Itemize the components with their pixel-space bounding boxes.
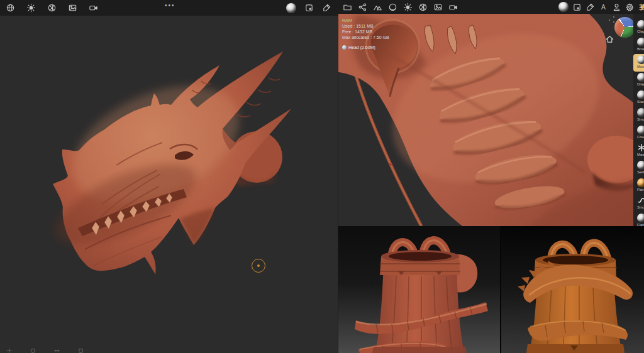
right-toolbar: A (338, 0, 644, 14)
reference-image-orange-tankard (501, 226, 644, 353)
stats-title: RAM (342, 18, 389, 23)
tool-sidebar: ClayBrushMoveDragStampSmoothCreaseMaskSe… (633, 14, 644, 226)
tool-brush[interactable]: Brush (633, 36, 644, 54)
mesh-name: Head (2.60M) (348, 45, 375, 50)
left-toolbar-right-icons (286, 0, 331, 16)
reference-image-clay-tankard (338, 226, 500, 353)
tool-sphere-icon (637, 214, 644, 222)
environment-icon[interactable] (5, 3, 15, 13)
left-viewport-canvas[interactable] (0, 16, 338, 353)
tool-move[interactable]: Move (633, 54, 644, 72)
viewport-bottom-icons (4, 345, 86, 353)
tool-rough-sphere-icon (637, 108, 644, 117)
tool-sphere-icon (637, 20, 644, 29)
tool-label: SelMask (637, 170, 644, 174)
tool-mask[interactable]: Mask (633, 142, 644, 160)
close-icon[interactable] (638, 2, 644, 12)
tool-label: Clay (637, 30, 644, 33)
right-toolbar-right-icons: A (558, 0, 644, 14)
tool-crease[interactable]: Crease (633, 124, 644, 142)
tool-drag[interactable]: Drag (633, 72, 644, 89)
tool-smooth[interactable]: Smooth (633, 107, 644, 124)
left-viewport-panel: ••• (0, 0, 338, 353)
tool-label: Smudge (637, 205, 644, 209)
viewport-corner-icon-4[interactable] (75, 345, 86, 353)
tool-label: Drag (637, 82, 644, 86)
tool-smudge-icon (637, 196, 644, 205)
paint-brush-icon[interactable] (585, 2, 595, 12)
tool-clay[interactable]: Clay (633, 19, 644, 36)
tool-label: Mask (637, 153, 644, 156)
right-viewport-canvas[interactable]: RAM Used : 1511 MB Free : 1432 MB Max al… (338, 14, 644, 226)
alpha-icon[interactable]: A (598, 2, 608, 12)
material-icon[interactable] (418, 2, 428, 12)
brush-cursor (252, 259, 265, 273)
right-toolbar-left-icons (342, 0, 458, 14)
stats-overlay: RAM Used : 1511 MB Free : 1432 MB Max al… (342, 18, 389, 50)
svg-text:A: A (601, 4, 606, 11)
paint-brush-icon[interactable] (321, 3, 331, 13)
material-icon[interactable] (47, 3, 57, 13)
tool-sphere-icon (637, 55, 644, 64)
right-viewport-panel: RAM Used : 1511 MB Free : 1432 MB Max al… (338, 0, 644, 226)
tool-label: Brush (637, 47, 644, 51)
tool-label: Paint (637, 188, 644, 192)
share-icon[interactable] (357, 2, 367, 12)
left-toolbar-icons (5, 0, 98, 16)
mesh-ball-icon (342, 45, 347, 50)
camera-icon[interactable] (448, 2, 458, 12)
camera-icon[interactable] (88, 3, 98, 13)
stats-free: Free : 1432 MB (342, 29, 389, 35)
left-toolbar: ••• (0, 0, 338, 16)
stats-used: Used : 1511 MB (342, 23, 389, 29)
nav-ball-gizmo[interactable] (614, 17, 635, 38)
lighting-icon[interactable] (26, 3, 36, 13)
frame-icon[interactable] (304, 3, 314, 13)
sphere-icon[interactable] (387, 2, 397, 12)
frame-icon[interactable] (572, 2, 582, 12)
home-icon[interactable] (604, 34, 614, 44)
tool-flatten[interactable]: Flatten (633, 212, 644, 226)
image-icon[interactable] (433, 2, 443, 12)
tool-sphere-icon (637, 73, 644, 82)
tool-selmask[interactable]: SelMask (633, 160, 644, 177)
layers-icon[interactable] (372, 2, 382, 12)
tool-paint-sphere-icon (637, 178, 644, 187)
lighting-icon[interactable] (402, 2, 413, 12)
tool-label: Crease (637, 135, 644, 139)
stats-max: Max allocated : 7.50 GB (342, 35, 389, 40)
matcap-ball-icon[interactable] (286, 3, 296, 13)
dragon-head-sculpt (0, 16, 338, 353)
tool-stamp[interactable]: Stamp (633, 89, 644, 107)
tool-sphere-icon (637, 90, 644, 99)
viewport-corner-icon-3[interactable] (52, 345, 62, 353)
viewport-corner-icon-2[interactable] (28, 345, 38, 353)
tool-sphere-icon (637, 161, 644, 170)
tool-label: Flatten (637, 223, 644, 226)
tool-label: Move (637, 65, 644, 68)
tool-label: Smooth (637, 117, 644, 121)
image-icon[interactable] (67, 3, 77, 13)
settings-icon[interactable] (625, 2, 635, 12)
tool-sphere-icon (637, 38, 644, 46)
viewport-corner-icon-1[interactable] (4, 345, 14, 353)
folder-icon[interactable] (342, 2, 352, 12)
window-menu-dots[interactable]: ••• (165, 2, 175, 9)
tool-smudge[interactable]: Smudge (633, 195, 644, 212)
bust-icon[interactable] (611, 2, 621, 12)
app-window: ••• (0, 0, 644, 353)
tool-asterisk-icon (637, 143, 644, 152)
tool-sphere-icon (637, 126, 644, 134)
tool-paint[interactable]: Paint (633, 177, 644, 195)
tool-label: Stamp (637, 100, 644, 104)
matcap-ball-icon[interactable] (558, 2, 569, 12)
